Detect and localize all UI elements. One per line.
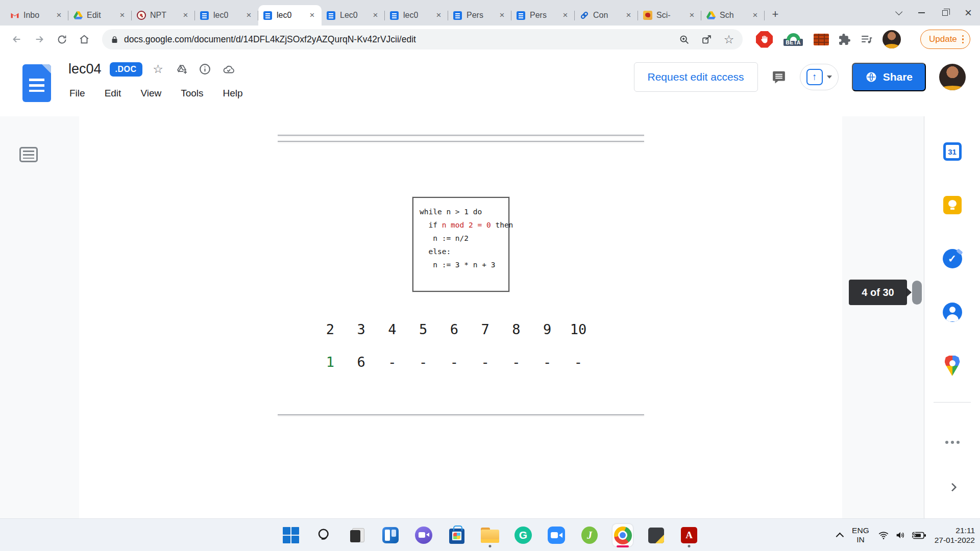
gmail-icon — [10, 11, 19, 20]
tab-close-icon[interactable] — [371, 11, 380, 20]
tab-close-icon[interactable] — [560, 11, 570, 20]
scrollbar-thumb[interactable] — [912, 281, 922, 305]
url-bar[interactable]: docs.google.com/document/d/14DFL4kZjSOxf… — [102, 29, 743, 49]
back-icon[interactable] — [7, 30, 27, 49]
tab-close-icon[interactable] — [244, 11, 254, 20]
wifi-icon[interactable] — [877, 530, 890, 541]
tab-label: Inbo — [23, 11, 39, 20]
tab-doc-4[interactable]: Pers — [448, 5, 511, 26]
search-icon[interactable] — [314, 524, 334, 546]
tab-close-icon[interactable] — [181, 11, 190, 20]
tab-doc-active[interactable]: lec0 — [258, 5, 322, 26]
home-icon[interactable] — [75, 30, 94, 49]
calendar-icon[interactable]: 31 — [942, 141, 963, 162]
keep-icon[interactable] — [942, 194, 963, 216]
wayback-machine-icon[interactable]: BETA — [782, 33, 804, 46]
document-page[interactable]: while n > 1 do if n mod 2 = 0 then n := … — [79, 116, 842, 518]
start-button[interactable] — [281, 524, 301, 546]
bookmark-star-icon[interactable] — [720, 31, 738, 48]
adblock-icon[interactable] — [756, 31, 773, 48]
link-icon — [579, 11, 589, 20]
lock-icon[interactable] — [110, 35, 119, 44]
menu-help[interactable]: Help — [222, 86, 244, 101]
docs-icon — [263, 11, 273, 20]
tab-nptel[interactable]: NPT — [132, 5, 195, 26]
file-explorer-icon[interactable] — [480, 524, 500, 546]
tab-close-icon[interactable] — [307, 11, 317, 20]
document-status-info-icon[interactable] — [198, 62, 213, 77]
document-title[interactable]: lec04 — [68, 61, 102, 77]
share-button[interactable]: Share — [852, 63, 926, 91]
document-outline-icon[interactable] — [19, 147, 38, 162]
tab-close-icon[interactable] — [497, 11, 507, 20]
extensions-puzzle-icon[interactable] — [838, 33, 851, 46]
get-add-ons-icon[interactable] — [942, 432, 963, 453]
tab-close-icon[interactable] — [750, 11, 760, 20]
maps-icon[interactable] — [942, 355, 963, 377]
tab-search-icon[interactable] — [886, 0, 910, 26]
tab-close-icon[interactable] — [687, 11, 697, 20]
tray-expand-icon[interactable] — [836, 532, 844, 540]
tab-doc-5[interactable]: Pers — [511, 5, 575, 26]
grammarly-icon[interactable]: G — [513, 524, 533, 546]
cloud-saved-icon[interactable] — [221, 62, 236, 77]
tasks-icon[interactable] — [942, 248, 963, 269]
forward-icon[interactable] — [30, 30, 49, 49]
restore-button[interactable] — [933, 0, 957, 26]
tab-drive-sch[interactable]: Sch — [701, 5, 765, 26]
microsoft-store-icon[interactable] — [447, 524, 467, 546]
present-button[interactable] — [800, 64, 839, 90]
task-view-icon[interactable] — [347, 524, 368, 546]
tab-doc-1[interactable]: lec0 — [195, 5, 258, 26]
star-document-icon[interactable] — [151, 62, 166, 77]
tab-close-icon[interactable] — [434, 11, 444, 20]
brick-wall-extension-icon[interactable] — [814, 34, 829, 45]
present-arrow-icon — [806, 69, 823, 85]
tab-drive-edit[interactable]: Edit — [68, 5, 132, 26]
profile-avatar[interactable] — [883, 30, 901, 48]
menu-edit[interactable]: Edit — [104, 86, 122, 101]
reading-list-icon[interactable] — [860, 33, 873, 46]
tab-connect[interactable]: Con — [575, 5, 638, 26]
menu-file[interactable]: File — [68, 86, 86, 101]
chrome-icon[interactable] — [612, 524, 633, 546]
menu-view[interactable]: View — [139, 86, 162, 101]
joplin-icon[interactable]: J — [579, 524, 600, 546]
browser-menu-icon[interactable] — [962, 35, 964, 44]
share-page-icon[interactable] — [698, 31, 715, 48]
comments-icon[interactable] — [771, 69, 787, 85]
battery-icon[interactable] — [911, 531, 926, 540]
tab-doc-2[interactable]: Lec0 — [322, 5, 385, 26]
account-avatar[interactable] — [939, 64, 966, 90]
tab-close-icon[interactable] — [624, 11, 633, 20]
request-edit-access-button[interactable]: Request edit access — [634, 62, 758, 92]
volume-icon[interactable] — [894, 530, 906, 541]
docs-icon — [389, 11, 399, 20]
contacts-icon[interactable] — [942, 302, 963, 323]
zoom-page-icon[interactable] — [675, 31, 693, 48]
chat-icon[interactable] — [413, 524, 434, 546]
google-docs-logo[interactable] — [22, 64, 51, 102]
header-cell: 2 — [319, 321, 341, 337]
new-tab-button[interactable] — [768, 7, 783, 22]
menu-tools[interactable]: Tools — [180, 86, 204, 101]
acrobat-icon[interactable]: A — [679, 524, 699, 546]
tab-close-icon[interactable] — [54, 11, 64, 20]
clock[interactable]: 21:11 27-01-2022 — [935, 525, 975, 545]
widgets-icon[interactable] — [380, 524, 401, 546]
present-dropdown-icon[interactable] — [827, 76, 832, 79]
tray-status-icons[interactable] — [877, 530, 926, 541]
tab-doc-3[interactable]: lec0 — [385, 5, 448, 26]
minimize-button[interactable] — [910, 0, 933, 26]
tab-gmail[interactable]: Inbo — [5, 5, 68, 26]
language-indicator[interactable]: ENG IN — [852, 526, 869, 544]
tab-close-icon[interactable] — [117, 11, 127, 20]
reload-icon[interactable] — [52, 30, 71, 49]
update-button[interactable]: Update — [920, 30, 970, 49]
tab-scihub[interactable]: Sci- — [638, 5, 701, 26]
zoom-app-icon[interactable] — [546, 524, 567, 546]
close-button[interactable] — [957, 0, 980, 26]
snipping-tool-icon[interactable] — [646, 524, 666, 546]
move-to-drive-icon[interactable] — [174, 62, 189, 77]
hide-side-panel-icon[interactable] — [942, 477, 963, 498]
